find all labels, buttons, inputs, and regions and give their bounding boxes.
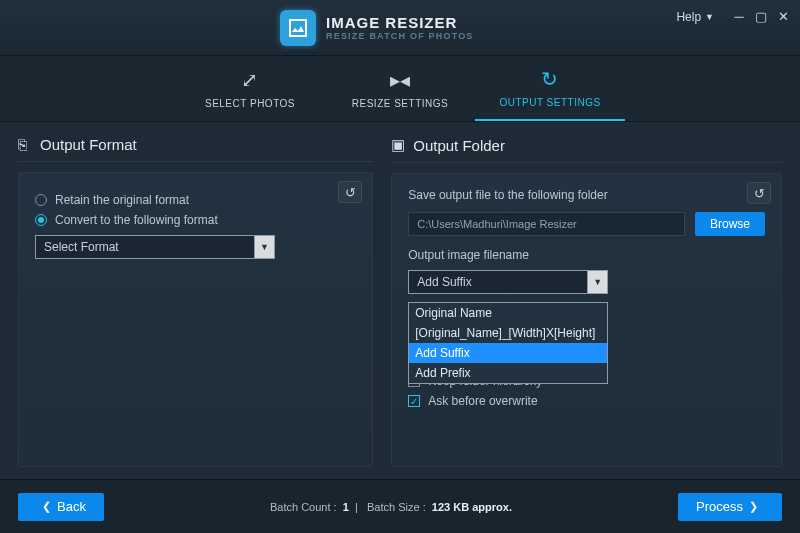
app-subtitle: RESIZE BATCH OF PHOTOS: [326, 32, 474, 41]
app-title: IMAGE RESIZER: [326, 15, 474, 30]
filename-options: Original Name [Original_Name]_[Width]X[H…: [408, 302, 608, 384]
tab-label: SELECT PHOTOS: [205, 98, 295, 109]
content-area: ⎘ Output Format ↺ Retain the original fo…: [0, 122, 800, 479]
format-select[interactable]: Select Format ▼: [35, 235, 275, 259]
help-menu[interactable]: Help ▼: [676, 10, 714, 24]
browse-button[interactable]: Browse: [695, 212, 765, 236]
checkbox-label: Ask before overwrite: [428, 394, 537, 408]
close-button[interactable]: ✕: [772, 6, 794, 26]
filename-option[interactable]: Original Name: [409, 303, 607, 323]
panel-heading: ▣ Output Folder: [391, 136, 782, 163]
footer-bar: ❮ Back Batch Count : 1 | Batch Size : 12…: [0, 479, 800, 533]
output-path-value: C:\Users\Madhuri\Image Resizer: [417, 218, 577, 230]
radio-convert-format[interactable]: Convert to the following format: [35, 213, 356, 227]
app-logo: IMAGE RESIZER RESIZE BATCH OF PHOTOS: [280, 10, 474, 46]
chevron-right-icon: ❯: [749, 500, 758, 513]
filename-select[interactable]: Add Suffix ▼ Original Name [Original_Nam…: [408, 270, 608, 294]
checkbox-ask-overwrite[interactable]: ✓ Ask before overwrite: [408, 394, 765, 408]
expand-icon: ⤢: [241, 68, 259, 92]
format-select-value: Select Format: [36, 240, 254, 254]
panel-title: Output Folder: [413, 137, 505, 154]
filename-option[interactable]: Add Prefix: [409, 363, 607, 383]
output-folder-panel: ▣ Output Folder ↺ Save output file to th…: [391, 136, 782, 467]
tab-label: OUTPUT SETTINGS: [499, 97, 600, 108]
reset-folder-button[interactable]: ↺: [747, 182, 771, 204]
title-bar: IMAGE RESIZER RESIZE BATCH OF PHOTOS Hel…: [0, 0, 800, 56]
output-format-panel: ⎘ Output Format ↺ Retain the original fo…: [18, 136, 373, 467]
panel-title: Output Format: [40, 136, 137, 153]
process-button[interactable]: Process ❯: [678, 493, 782, 521]
back-button[interactable]: ❮ Back: [18, 493, 104, 521]
panel-heading: ⎘ Output Format: [18, 136, 373, 162]
tab-bar: ⤢ SELECT PHOTOS ▸◂ RESIZE SETTINGS ↻ OUT…: [0, 56, 800, 122]
radio-icon: [35, 214, 47, 226]
filename-option[interactable]: Add Suffix: [409, 343, 607, 363]
filename-select-value: Add Suffix: [409, 275, 587, 289]
radio-icon: [35, 194, 47, 206]
tab-label: RESIZE SETTINGS: [352, 98, 448, 109]
tab-select-photos[interactable]: ⤢ SELECT PHOTOS: [175, 56, 325, 121]
status-text: Batch Count : 1 | Batch Size : 123 KB ap…: [104, 501, 678, 513]
reset-format-button[interactable]: ↺: [338, 181, 362, 203]
mirror-icon: ▸◂: [390, 68, 411, 92]
undo-icon: ↺: [754, 186, 765, 201]
filename-option[interactable]: [Original_Name]_[Width]X[Height]: [409, 323, 607, 343]
export-icon: ⎘: [18, 136, 32, 153]
chevron-down-icon: ▼: [587, 271, 607, 293]
chevron-down-icon: ▼: [705, 12, 714, 22]
tab-output-settings[interactable]: ↻ OUTPUT SETTINGS: [475, 56, 625, 121]
checkbox-icon: ✓: [408, 395, 420, 407]
tab-resize-settings[interactable]: ▸◂ RESIZE SETTINGS: [325, 56, 475, 121]
help-label: Help: [676, 10, 701, 24]
radio-retain-format[interactable]: Retain the original format: [35, 193, 356, 207]
output-path-field[interactable]: C:\Users\Madhuri\Image Resizer: [408, 212, 685, 236]
maximize-button[interactable]: ▢: [750, 6, 772, 26]
app-logo-icon: [280, 10, 316, 46]
radio-label: Convert to the following format: [55, 213, 218, 227]
undo-icon: ↺: [345, 185, 356, 200]
refresh-icon: ↻: [541, 67, 559, 91]
save-label: Save output file to the following folder: [408, 188, 765, 202]
filename-label: Output image filename: [408, 248, 765, 262]
minimize-button[interactable]: ─: [728, 6, 750, 26]
radio-label: Retain the original format: [55, 193, 189, 207]
folder-icon: ▣: [391, 136, 405, 154]
chevron-down-icon: ▼: [254, 236, 274, 258]
chevron-left-icon: ❮: [42, 500, 51, 513]
